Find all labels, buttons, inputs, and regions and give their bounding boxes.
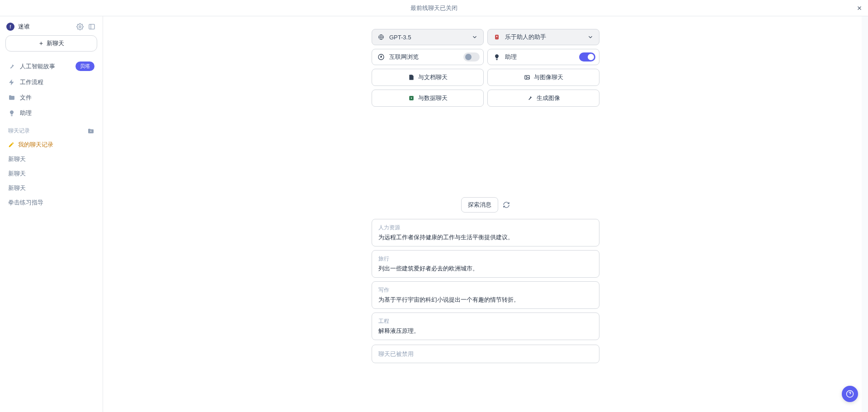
titlebar-title: 最前线聊天已关闭 bbox=[410, 4, 458, 12]
model-label: GPT-3.5 bbox=[389, 34, 411, 41]
sidebar-item-label: 文件 bbox=[20, 94, 32, 102]
history-item[interactable]: 新聊天 bbox=[5, 166, 97, 181]
svg-point-5 bbox=[496, 36, 498, 37]
chevron-down-icon bbox=[472, 34, 478, 40]
chat-doc-button[interactable]: 与文档聊天 bbox=[372, 69, 484, 86]
explore-row: 探索消息 bbox=[103, 197, 868, 213]
compass-icon bbox=[377, 53, 385, 61]
prompt-card[interactable]: 工程 解释液压原理。 bbox=[372, 313, 599, 340]
refresh-icon[interactable] bbox=[503, 201, 510, 208]
sidebar-item-label: 工作流程 bbox=[20, 78, 43, 86]
document-icon bbox=[408, 74, 415, 81]
history-item-label: 新聊天 bbox=[8, 170, 26, 178]
model-select[interactable]: GPT-3.5 bbox=[372, 29, 484, 45]
gen-image-label: 生成图像 bbox=[537, 94, 560, 102]
assist-toggle-row: 助理 bbox=[487, 49, 599, 65]
explore-label: 探索消息 bbox=[468, 201, 491, 208]
bulb-icon bbox=[493, 53, 500, 61]
prompt-category: 人力资源 bbox=[378, 224, 593, 232]
history-item-label: 新聊天 bbox=[8, 184, 26, 192]
chat-input-wrap bbox=[372, 345, 599, 363]
sidebar: f 迷谁 新聊天 人工智能故事 贝塔 bbox=[0, 16, 103, 412]
app: f 迷谁 新聊天 人工智能故事 贝塔 bbox=[0, 16, 868, 412]
history-item-label: 我的聊天记录 bbox=[18, 141, 53, 149]
config-grid: GPT-3.5 乐于助人的助手 bbox=[372, 29, 599, 107]
browse-label: 互联网浏览 bbox=[389, 53, 419, 61]
chat-data-label: 与数据聊天 bbox=[418, 94, 448, 102]
prompt-category: 写作 bbox=[378, 286, 593, 294]
sidebar-item-label: 助理 bbox=[20, 109, 32, 117]
gen-image-button[interactable]: 生成图像 bbox=[487, 90, 599, 107]
history-item-active[interactable]: 我的聊天记录 bbox=[5, 137, 97, 152]
history-item[interactable]: 新聊天 bbox=[5, 181, 97, 195]
prompt-card[interactable]: 旅行 列出一些建筑爱好者必去的欧洲城市。 bbox=[372, 250, 599, 278]
prompt-text: 列出一些建筑爱好者必去的欧洲城市。 bbox=[378, 265, 593, 273]
question-icon bbox=[846, 390, 854, 398]
prompt-text: 为基于平行宇宙的科幻小说提出一个有趣的情节转折。 bbox=[378, 296, 593, 304]
openai-icon bbox=[377, 33, 385, 41]
new-chat-button[interactable]: 新聊天 bbox=[5, 35, 97, 52]
prompt-text: 解释液压原理。 bbox=[378, 327, 593, 335]
prompt-card[interactable]: 人力资源 为远程工作者保持健康的工作与生活平衡提供建议。 bbox=[372, 219, 599, 246]
history-header-label: 聊天记录 bbox=[8, 127, 30, 135]
wand-icon bbox=[8, 63, 15, 70]
history-header: 聊天记录 bbox=[5, 121, 97, 137]
chat-image-button[interactable]: 与图像聊天 bbox=[487, 69, 599, 86]
new-folder-icon[interactable] bbox=[87, 128, 94, 135]
persona-icon bbox=[493, 33, 500, 41]
beta-badge: 贝塔 bbox=[75, 62, 94, 71]
sidebar-item-workflows[interactable]: 工作流程 bbox=[5, 75, 97, 90]
chevron-down-icon bbox=[587, 34, 594, 40]
prompt-category: 旅行 bbox=[378, 255, 593, 263]
collapse-sidebar-icon[interactable] bbox=[88, 23, 95, 30]
scrollbar[interactable] bbox=[862, 16, 868, 412]
svg-rect-1 bbox=[89, 24, 94, 29]
svg-point-0 bbox=[79, 26, 81, 28]
plus-icon bbox=[38, 41, 44, 46]
bulb-icon bbox=[8, 109, 15, 117]
avatar: f bbox=[6, 23, 14, 31]
sidebar-header-icons bbox=[76, 23, 95, 30]
chat-input[interactable] bbox=[372, 345, 599, 363]
history-item[interactable]: 拳击练习指导 bbox=[5, 195, 97, 210]
bolt-icon bbox=[8, 79, 15, 86]
gear-icon[interactable] bbox=[76, 23, 84, 30]
image-icon bbox=[524, 74, 530, 81]
wand-icon bbox=[527, 95, 533, 101]
history-item-label: 拳击练习指导 bbox=[8, 199, 43, 207]
new-chat-label: 新聊天 bbox=[47, 39, 64, 47]
chat-data-button[interactable]: 与数据聊天 bbox=[372, 90, 484, 107]
persona-label: 乐于助人的助手 bbox=[505, 33, 546, 41]
sidebar-user[interactable]: f 迷谁 bbox=[6, 23, 30, 31]
explore-button[interactable]: 探索消息 bbox=[461, 197, 498, 213]
history-item[interactable]: 新聊天 bbox=[5, 152, 97, 166]
main: GPT-3.5 乐于助人的助手 bbox=[103, 16, 868, 412]
svg-rect-7 bbox=[524, 76, 529, 79]
sidebar-item-files[interactable]: 文件 bbox=[5, 90, 97, 105]
prompt-cards: 人力资源 为远程工作者保持健康的工作与生活平衡提供建议。 旅行 列出一些建筑爱好… bbox=[372, 219, 599, 340]
browse-toggle-row: 互联网浏览 bbox=[372, 49, 484, 65]
sidebar-item-ai-story[interactable]: 人工智能故事 贝塔 bbox=[5, 58, 97, 75]
svg-point-8 bbox=[526, 76, 527, 77]
browse-toggle[interactable] bbox=[463, 52, 480, 62]
sidebar-header: f 迷谁 bbox=[5, 22, 97, 35]
close-icon[interactable] bbox=[856, 5, 863, 11]
folder-icon bbox=[8, 94, 15, 101]
history-item-label: 新聊天 bbox=[8, 155, 26, 163]
chat-image-label: 与图像聊天 bbox=[534, 73, 563, 81]
prompt-text: 为远程工作者保持健康的工作与生活平衡提供建议。 bbox=[378, 233, 593, 242]
assist-toggle[interactable] bbox=[579, 52, 595, 62]
prompt-card[interactable]: 写作 为基于平行宇宙的科幻小说提出一个有趣的情节转折。 bbox=[372, 281, 599, 309]
sidebar-item-label: 人工智能故事 bbox=[20, 62, 55, 71]
help-fab[interactable] bbox=[842, 386, 858, 402]
pencil-icon bbox=[8, 142, 14, 148]
chat-doc-label: 与文档聊天 bbox=[418, 73, 448, 81]
prompt-category: 工程 bbox=[378, 317, 593, 325]
spreadsheet-icon bbox=[408, 95, 415, 101]
assist-label: 助理 bbox=[505, 53, 517, 61]
sidebar-item-assistant[interactable]: 助理 bbox=[5, 105, 97, 121]
username: 迷谁 bbox=[18, 23, 30, 31]
titlebar: 最前线聊天已关闭 bbox=[0, 0, 868, 16]
persona-select[interactable]: 乐于助人的助手 bbox=[487, 29, 599, 45]
